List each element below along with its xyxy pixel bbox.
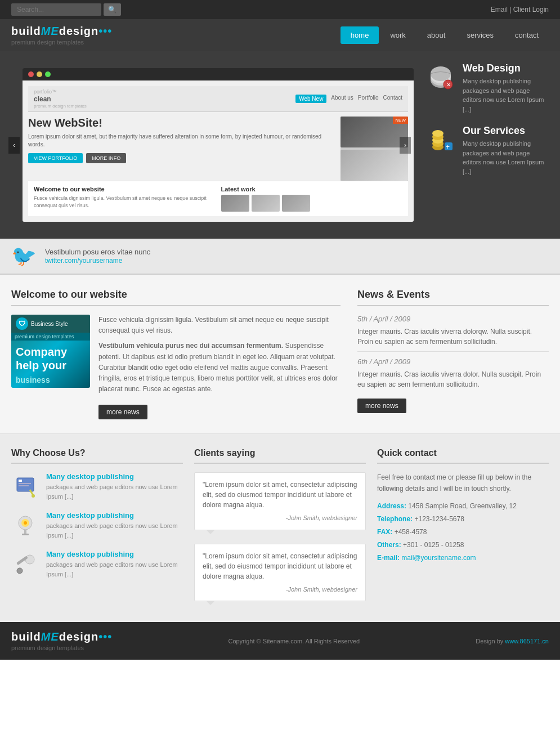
search-button[interactable]: 🔍 xyxy=(104,3,121,16)
main-nav: home work about services contact xyxy=(341,26,549,44)
about-para2-bold: Vestibulum vehicula purus nec dui accums… xyxy=(98,342,283,350)
about-text: Fusce vehicula dignissim ligula. Vestibu… xyxy=(98,315,341,419)
why-heading-3: Many desktop publishing xyxy=(46,550,183,558)
contact-telephone-label: Telephone: xyxy=(377,515,413,523)
footer-design-link[interactable]: www.865171.cn xyxy=(505,638,549,645)
logo-build: build xyxy=(11,25,41,37)
why-desc-3: packages and web page editors now use Lo… xyxy=(46,560,183,579)
nav-services[interactable]: services xyxy=(456,26,504,44)
twitter-link[interactable]: twitter.com/yourusername xyxy=(45,257,122,265)
news-date-1: 5th / April / 2009 xyxy=(357,315,549,323)
services-title: Our Services xyxy=(463,125,549,137)
view-portfolio-btn[interactable]: VIEW PORTFOLIO xyxy=(28,153,83,163)
nav-about[interactable]: about xyxy=(417,26,456,44)
client-name-2: -John Smith, webdesigner xyxy=(203,585,357,594)
contact-others-val: +301 - 0125 - 01258 xyxy=(403,541,464,549)
footer-logo-sub: premium design templates xyxy=(11,645,112,651)
about-para2: Vestibulum vehicula purus nec dui accums… xyxy=(98,341,341,395)
contact-fax-val: +458-4578 xyxy=(395,528,427,536)
why-icon-2 xyxy=(11,511,39,539)
slider-thumb-2 xyxy=(341,150,408,181)
about-badge: Business Style xyxy=(31,321,68,327)
news-more-btn[interactable]: more news xyxy=(357,399,406,413)
twitter-text: Vestibulum posu eros vitae nunc xyxy=(45,248,150,256)
svg-text:+: + xyxy=(446,143,450,151)
slider-next-btn[interactable]: › xyxy=(400,137,411,154)
client-quote-text-2: "Lorem ipsum dolor sit amet, consectetur… xyxy=(203,551,357,581)
slider-logo-text: clean xyxy=(34,95,87,103)
slider-nav-about[interactable]: About us xyxy=(331,95,353,103)
news-text-2: Integer mauris. Cras iaculis viverra dol… xyxy=(357,369,549,390)
client-login-link[interactable]: Client Login xyxy=(513,6,549,14)
web-design-desc: Many desktop publishing packages and web… xyxy=(463,77,549,114)
clients-title: Clients saying xyxy=(194,448,366,464)
nav-work[interactable]: work xyxy=(380,26,415,44)
about-img-title: Companyhelp yourbusiness xyxy=(16,345,86,386)
contact-telephone-val: +123-1234-5678 xyxy=(414,515,464,523)
slider-content: portfolio™ clean premium design template… xyxy=(23,80,414,222)
about-para1: Fusce vehicula dignissim ligula. Vestibu… xyxy=(98,315,341,336)
about-image: 🛡 Business Style premium design template… xyxy=(11,315,90,388)
twitter-content: Vestibulum posu eros vitae nunc twitter.… xyxy=(45,248,150,265)
nav-contact[interactable]: contact xyxy=(505,26,549,44)
welcome-title: Welcome to our website xyxy=(11,289,341,306)
contact-telephone: Telephone: +123-1234-5678 xyxy=(377,514,549,524)
email-link[interactable]: Email xyxy=(491,6,508,14)
contact-email-val[interactable]: mail@yoursitename.com xyxy=(401,554,476,562)
bottom-section: Why Choose Us? Many desktop publishing p… xyxy=(0,433,560,622)
client-name-1: -John Smith, webdesigner xyxy=(203,513,357,523)
web-design-icon: ✕ xyxy=(425,62,456,93)
contact-others-label: Others: xyxy=(377,541,401,549)
search-input[interactable] xyxy=(11,3,101,16)
slider-prev-btn[interactable]: ‹ xyxy=(8,137,20,154)
dot-yellow xyxy=(37,71,42,77)
why-desc-1: packages and web page editors now use Lo… xyxy=(46,482,183,501)
about-block: 🛡 Business Style premium design template… xyxy=(11,315,341,419)
twitter-bird-icon: 🐦 xyxy=(11,244,37,268)
search-wrap: 🔍 xyxy=(11,3,121,16)
header: buildMEdesign••• premium design template… xyxy=(0,19,560,51)
more-info-btn[interactable]: MORE INFO xyxy=(86,153,126,163)
slider-thumb-1 xyxy=(341,117,408,147)
logo-design: design xyxy=(59,25,98,37)
why-item-1: Many desktop publishing packages and web… xyxy=(11,472,183,501)
contact-address-label: Address: xyxy=(377,502,406,510)
why-text-2: Many desktop publishing packages and web… xyxy=(46,511,183,540)
slider-bottom-right: Latest work xyxy=(221,186,403,212)
why-desc-2: packages and web page editors now use Lo… xyxy=(46,521,183,540)
client-quote-2: "Lorem ipsum dolor sit amet, consectetur… xyxy=(194,544,366,602)
slider-nav: Web New About us Portfolio Contact xyxy=(295,95,402,103)
svg-point-25 xyxy=(17,568,23,574)
nav-home[interactable]: home xyxy=(341,26,379,44)
about-img-sub: premium design templates xyxy=(11,333,90,341)
logo-sub: premium design templates xyxy=(11,39,112,46)
slider-buttons: VIEW PORTFOLIO MORE INFO xyxy=(28,153,336,163)
why-choose-title: Why Choose Us? xyxy=(11,448,183,464)
services-text: Our Services Many desktop publishing pac… xyxy=(463,125,549,176)
shield-icon: 🛡 xyxy=(16,317,28,330)
footer-design: Design by www.865171.cn xyxy=(476,638,549,645)
svg-rect-22 xyxy=(22,534,29,535)
about-img-content: Companyhelp yourbusiness xyxy=(11,341,90,388)
footer-logo-text: buildMEdesign••• xyxy=(11,630,112,643)
footer: buildMEdesign••• premium design template… xyxy=(0,622,560,660)
slider-bottom-img-1 xyxy=(221,195,249,212)
contact-address-val: 1458 Sample Road, Greenvalley, 12 xyxy=(408,502,517,510)
slider-bottom-img-3 xyxy=(282,195,310,212)
top-links: Email | Client Login xyxy=(491,6,549,14)
dot-red xyxy=(28,71,34,77)
footer-design-by: Design by xyxy=(476,638,503,645)
slider-bottom-left-title: Welcome to our website xyxy=(34,186,216,193)
why-text-3: Many desktop publishing packages and web… xyxy=(46,550,183,579)
top-bar: 🔍 Email | Client Login xyxy=(0,0,560,19)
main-content: Welcome to our website 🛡 Business Style … xyxy=(0,275,560,433)
svg-rect-15 xyxy=(19,483,31,484)
contact-email-label: E-mail: xyxy=(377,554,400,562)
slider-nav-web[interactable]: Web New xyxy=(295,95,326,103)
welcome-more-btn[interactable]: more news xyxy=(98,405,147,419)
slider-nav-portfolio[interactable]: Portfolio xyxy=(358,95,379,103)
slider-nav-contact[interactable]: Contact xyxy=(383,95,402,103)
slider-header xyxy=(23,68,414,80)
svg-text:✕: ✕ xyxy=(446,82,451,88)
contact-address: Address: 1458 Sample Road, Greenvalley, … xyxy=(377,501,549,511)
